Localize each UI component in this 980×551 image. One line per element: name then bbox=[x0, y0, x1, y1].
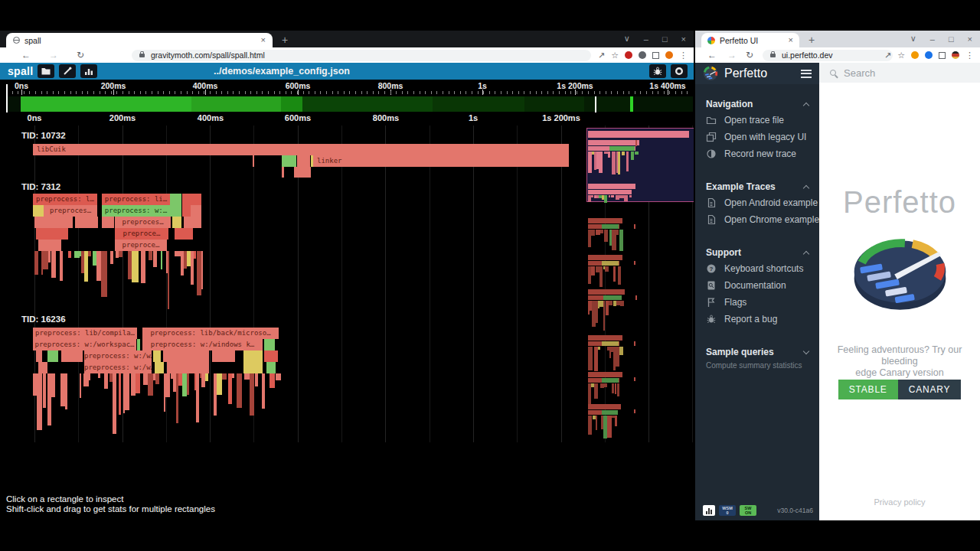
flame-bar[interactable] bbox=[297, 155, 310, 167]
flame-bar[interactable] bbox=[243, 350, 263, 373]
flame-thumb[interactable] bbox=[602, 261, 619, 266]
forward-button[interactable]: → bbox=[727, 50, 737, 60]
minimize-to-tray-icon[interactable]: ∨ bbox=[910, 34, 916, 44]
flame-thumb[interactable] bbox=[588, 190, 632, 194]
flame-bar[interactable] bbox=[153, 350, 161, 362]
close-button[interactable]: × bbox=[681, 34, 686, 44]
flame-bar[interactable] bbox=[38, 362, 47, 373]
sidebar-item-open-with-legacy-ui[interactable]: Open with legacy UI bbox=[695, 129, 819, 145]
profile-avatar[interactable] bbox=[665, 51, 673, 59]
maximize-button[interactable]: □ bbox=[662, 34, 668, 44]
flame-bar[interactable] bbox=[194, 251, 196, 259]
flame-thumb[interactable] bbox=[617, 383, 619, 396]
flame-bar[interactable] bbox=[282, 167, 284, 178]
flame-bar[interactable] bbox=[75, 217, 98, 228]
bug-button[interactable] bbox=[649, 64, 666, 78]
flame-thumb[interactable] bbox=[624, 195, 628, 201]
flame-bar[interactable] bbox=[80, 373, 82, 398]
privacy-policy-link[interactable]: Privacy policy bbox=[819, 497, 980, 507]
flame-bar[interactable] bbox=[51, 251, 56, 278]
flame-bar[interactable]: preproce… bbox=[115, 228, 168, 240]
flame-thumb[interactable] bbox=[599, 152, 603, 173]
flame-bar[interactable] bbox=[148, 373, 153, 396]
flame-bar[interactable] bbox=[264, 339, 275, 350]
flame-bar[interactable] bbox=[43, 251, 48, 269]
search-bar[interactable]: Search bbox=[819, 63, 980, 83]
sidebar-item-open-trace-file[interactable]: Open trace file bbox=[695, 112, 819, 129]
flame-bar[interactable] bbox=[255, 373, 259, 386]
flame-bar[interactable]: preprocess: lib/compila… bbox=[33, 328, 137, 339]
flame-thumb[interactable] bbox=[620, 301, 624, 306]
flame-bar[interactable]: linker bbox=[313, 155, 569, 167]
flame-thumb[interactable] bbox=[615, 383, 617, 394]
flame-thumb[interactable] bbox=[603, 295, 622, 300]
flame-thumb[interactable] bbox=[600, 230, 603, 233]
flame-bar[interactable] bbox=[232, 373, 234, 378]
sidebar-item-documentation[interactable]: Documentation bbox=[695, 277, 819, 294]
flame-thumb[interactable] bbox=[618, 152, 621, 174]
sidebar-section-header[interactable]: Support bbox=[695, 245, 819, 260]
flame-thumb[interactable] bbox=[598, 347, 600, 350]
flame-thumb[interactable] bbox=[596, 416, 598, 430]
flame-bar[interactable] bbox=[262, 373, 265, 409]
maximize-button[interactable]: □ bbox=[949, 34, 954, 44]
flame-bar[interactable] bbox=[141, 251, 146, 283]
flame-bar[interactable] bbox=[170, 194, 181, 217]
flame-bar[interactable] bbox=[276, 373, 282, 380]
stable-button[interactable]: STABLE bbox=[838, 380, 898, 399]
flame-thumb[interactable] bbox=[619, 347, 622, 355]
back-button[interactable]: ← bbox=[21, 50, 31, 60]
flame-bar[interactable] bbox=[89, 373, 90, 380]
flame-bar[interactable] bbox=[136, 251, 139, 282]
flame-bar[interactable] bbox=[43, 373, 46, 408]
share-icon[interactable]: ↗ bbox=[598, 51, 605, 60]
bookmark-star-icon[interactable]: ☆ bbox=[897, 51, 905, 60]
right-browser-tab[interactable]: Perfetto UI × bbox=[701, 33, 799, 47]
flame-thumb[interactable] bbox=[611, 347, 613, 352]
flame-bar[interactable] bbox=[294, 167, 311, 178]
flame-bar[interactable] bbox=[98, 373, 101, 378]
flame-bar[interactable] bbox=[187, 373, 190, 395]
sidebar-item-flags[interactable]: Flags bbox=[695, 294, 819, 311]
flame-bar[interactable] bbox=[136, 373, 140, 393]
flame-bar[interactable]: preprocess: l… bbox=[33, 194, 97, 205]
flame-bar[interactable] bbox=[282, 155, 296, 167]
flame-bar[interactable] bbox=[191, 205, 201, 217]
flame-thumb[interactable] bbox=[602, 224, 619, 229]
minimize-button[interactable]: – bbox=[644, 34, 648, 44]
flame-thumb[interactable] bbox=[611, 195, 615, 197]
flame-bar[interactable] bbox=[65, 373, 68, 409]
extension-blue-icon[interactable] bbox=[925, 51, 933, 59]
new-tab-button[interactable]: + bbox=[808, 34, 815, 46]
flame-thumb[interactable] bbox=[629, 195, 632, 197]
flame-bar[interactable] bbox=[119, 251, 122, 257]
metrics-badge[interactable] bbox=[703, 505, 715, 516]
flame-thumb[interactable] bbox=[588, 372, 622, 377]
flame-thumb[interactable] bbox=[613, 266, 616, 282]
reload-button[interactable]: ↻ bbox=[77, 50, 84, 60]
left-address-bar[interactable]: gravitymoth.com/spall/spall.html bbox=[132, 50, 591, 61]
flame-bar[interactable] bbox=[37, 373, 42, 430]
flame-bar[interactable] bbox=[51, 373, 55, 397]
canary-button[interactable]: CANARY bbox=[898, 380, 962, 399]
flame-thumb[interactable] bbox=[631, 152, 634, 160]
close-button[interactable]: × bbox=[968, 34, 972, 44]
flame-thumb[interactable] bbox=[602, 378, 619, 383]
flame-bar[interactable] bbox=[113, 373, 116, 434]
flame-bar[interactable] bbox=[38, 240, 61, 251]
flame-thumb[interactable] bbox=[588, 347, 593, 370]
sidebar-item-report-a-bug[interactable]: Report a bug bbox=[695, 311, 819, 328]
flame-thumb[interactable] bbox=[609, 146, 635, 151]
sidebar-item-keyboard-shortcuts[interactable]: ?Keyboard shortcuts bbox=[695, 260, 819, 277]
flame-bar[interactable] bbox=[222, 373, 227, 380]
right-address-bar[interactable]: ui.perfetto.dev bbox=[763, 50, 893, 61]
flame-thumb[interactable] bbox=[635, 152, 639, 155]
flame-thumb[interactable] bbox=[594, 383, 597, 399]
tab-close-icon[interactable]: × bbox=[789, 36, 793, 44]
flame-thumb[interactable] bbox=[604, 383, 607, 387]
flame-bar[interactable] bbox=[228, 373, 232, 404]
share-icon[interactable]: ↗ bbox=[884, 51, 891, 60]
flame-bar[interactable] bbox=[153, 251, 157, 267]
forward-button[interactable]: → bbox=[49, 50, 58, 60]
flame-bar[interactable] bbox=[33, 205, 44, 217]
